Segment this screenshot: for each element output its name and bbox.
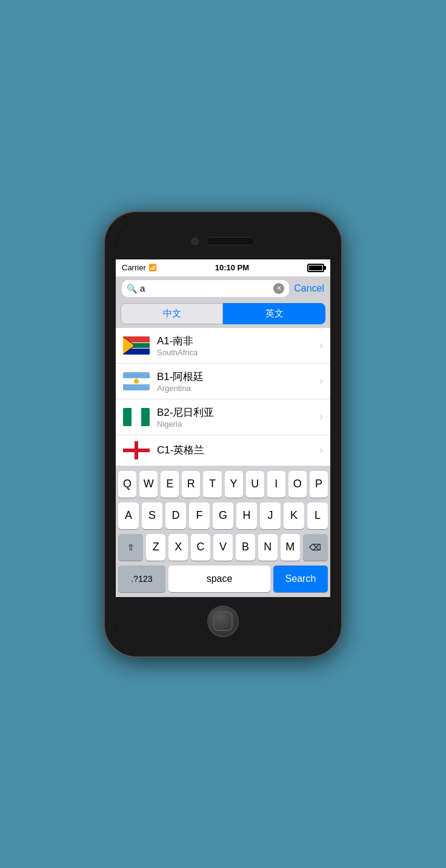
battery-indicator (307, 264, 324, 272)
key-g[interactable]: G (213, 502, 233, 529)
search-input[interactable] (140, 283, 270, 293)
key-q[interactable]: Q (118, 471, 136, 498)
result-text-sa: A1-南非 SouthAfrica (157, 334, 319, 357)
result-sub-sa: SouthAfrica (157, 348, 319, 357)
keyboard-row-1: Q W E R T Y U I O P (118, 471, 328, 498)
segment-chinese[interactable]: 中文 (121, 303, 223, 324)
home-button[interactable] (207, 606, 239, 637)
key-j[interactable]: J (260, 502, 281, 529)
chevron-icon-ar: › (319, 375, 323, 387)
key-f[interactable]: F (189, 502, 210, 529)
segment-english[interactable]: 英文 (223, 303, 325, 324)
result-item-ar[interactable]: B1-阿根廷 Argentina › (116, 364, 330, 399)
result-name-ar: B1-阿根廷 (157, 370, 319, 384)
chevron-icon: › (319, 339, 323, 352)
key-v[interactable]: V (213, 534, 233, 561)
svg-point-12 (134, 379, 139, 384)
flag-en (123, 441, 150, 459)
flag-ng (123, 408, 150, 426)
result-item-sa[interactable]: A1-南非 SouthAfrica › (116, 328, 330, 364)
speaker (206, 237, 255, 245)
svg-rect-18 (123, 449, 150, 452)
search-icon: 🔍 (127, 284, 137, 293)
result-name-ng: B2-尼日利亚 (157, 406, 319, 419)
key-b[interactable]: B (236, 534, 255, 561)
search-box[interactable]: 🔍 ✕ (122, 280, 289, 297)
key-s[interactable]: S (142, 502, 162, 529)
key-w[interactable]: W (139, 471, 158, 498)
status-time: 10:10 PM (215, 263, 249, 272)
key-h[interactable]: H (236, 502, 257, 529)
phone-frame: Carrier 📶 10:10 PM 🔍 ✕ Cancel (105, 212, 341, 656)
flag-sa (123, 336, 150, 355)
result-name-en: C1-英格兰 (157, 443, 319, 457)
result-text-en: C1-英格兰 (157, 443, 319, 457)
keyboard: Q W E R T Y U I O P A S D F G (116, 466, 330, 597)
key-o[interactable]: O (288, 471, 307, 498)
key-y[interactable]: Y (225, 471, 243, 498)
search-key[interactable]: Search (273, 566, 328, 592)
shift-key[interactable]: ⇧ (118, 534, 143, 561)
key-k[interactable]: K (284, 502, 304, 529)
result-item-ng[interactable]: B2-尼日利亚 Nigeria › (116, 399, 330, 435)
results-list: A1-南非 SouthAfrica › (116, 328, 330, 466)
svg-rect-14 (123, 408, 131, 426)
keyboard-row-2: A S D F G H J K L (118, 502, 328, 529)
phone-bottom-hardware (116, 597, 330, 646)
chevron-icon-en: › (319, 444, 323, 456)
key-t[interactable]: T (203, 471, 221, 498)
clear-button[interactable]: ✕ (273, 283, 284, 294)
phone-screen: Carrier 📶 10:10 PM 🔍 ✕ Cancel (116, 223, 330, 646)
key-r[interactable]: R (182, 471, 200, 498)
battery-fill (309, 265, 322, 270)
key-u[interactable]: U (246, 471, 264, 498)
battery-icon (307, 264, 324, 272)
cancel-button[interactable]: Cancel (294, 283, 324, 294)
svg-rect-9 (123, 372, 150, 378)
result-name-sa: A1-南非 (157, 334, 319, 348)
svg-rect-15 (141, 408, 150, 426)
result-item-en[interactable]: C1-英格兰 › (116, 435, 330, 466)
key-l[interactable]: L (307, 502, 328, 529)
key-e[interactable]: E (161, 471, 179, 498)
flag-ar (123, 372, 150, 390)
key-m[interactable]: M (281, 534, 300, 561)
carrier-info: Carrier 📶 (122, 263, 157, 272)
phone-top-hardware (116, 223, 330, 259)
camera (191, 238, 199, 245)
key-n[interactable]: N (258, 534, 278, 561)
svg-rect-11 (123, 384, 150, 390)
carrier-label: Carrier (122, 263, 146, 272)
status-bar: Carrier 📶 10:10 PM (116, 259, 330, 276)
result-sub-ar: Argentina (157, 384, 319, 393)
segment-control: 中文 英文 (116, 301, 330, 328)
key-a[interactable]: A (118, 502, 139, 529)
key-p[interactable]: P (310, 471, 328, 498)
chevron-icon-ng: › (319, 410, 323, 423)
result-text-ng: B2-尼日利亚 Nigeria (157, 406, 319, 429)
result-sub-ng: Nigeria (157, 419, 319, 429)
keyboard-row-3: ⇧ Z X C V B N M ⌫ (118, 534, 328, 561)
search-area: 🔍 ✕ Cancel (116, 276, 330, 301)
delete-key[interactable]: ⌫ (303, 534, 328, 561)
key-i[interactable]: I (267, 471, 285, 498)
wifi-icon: 📶 (148, 264, 157, 272)
screen-content: Carrier 📶 10:10 PM 🔍 ✕ Cancel (116, 259, 330, 597)
key-z[interactable]: Z (146, 534, 165, 561)
key-c[interactable]: C (191, 534, 210, 561)
keyboard-bottom-row: .?123 space Search (118, 566, 328, 592)
key-x[interactable]: X (168, 534, 188, 561)
home-button-inner (213, 612, 233, 631)
key-d[interactable]: D (165, 502, 186, 529)
result-text-ar: B1-阿根廷 Argentina (157, 370, 319, 393)
numbers-key[interactable]: .?123 (118, 566, 165, 592)
space-key[interactable]: space (168, 566, 270, 592)
